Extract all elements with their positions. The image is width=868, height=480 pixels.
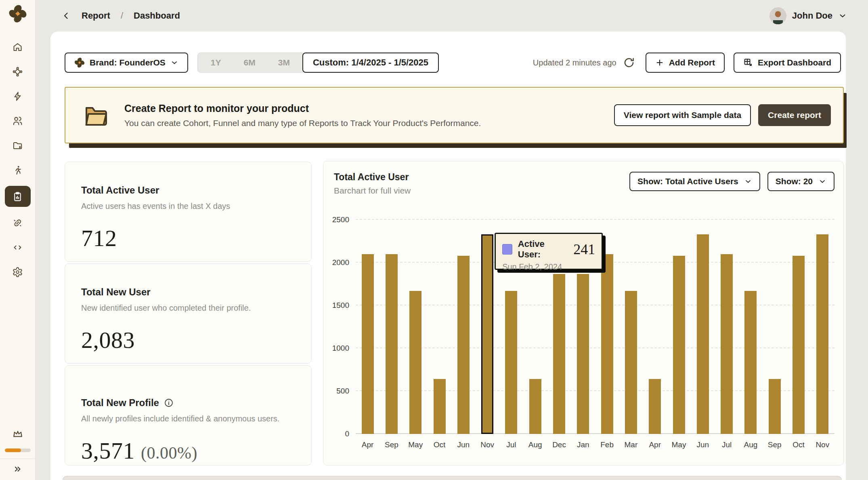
- y-tick-label: 1000: [332, 344, 349, 353]
- bar-slot: [763, 220, 786, 434]
- x-tick-label: Nov: [475, 440, 499, 449]
- chart-plot: 05001000150020002500 AprSepMayOctJunNovJ…: [356, 220, 834, 434]
- x-tick-label: Oct: [786, 440, 810, 449]
- stat-value-percent: (0.00%): [141, 444, 197, 462]
- bar-Dec-8[interactable]: [553, 274, 565, 434]
- y-tick-label: 2500: [332, 215, 349, 224]
- chart-titles: Total Active User Barchart for full view: [334, 172, 411, 196]
- dashboard-panel: Brand: FounderOS 1Y 6M 3M Custom: 1/4/20…: [50, 32, 846, 480]
- range-1y[interactable]: 1Y: [199, 58, 233, 67]
- bar-May-13[interactable]: [673, 256, 685, 434]
- user-menu[interactable]: John Doe: [769, 7, 847, 24]
- stat-description: All newly profiles include identified & …: [81, 414, 295, 423]
- x-tick-label: May: [667, 440, 691, 449]
- stat-title: Total Active User: [81, 185, 295, 196]
- clipboard-chart-icon: [12, 191, 23, 202]
- upgrade-plan-button[interactable]: [6, 425, 29, 443]
- bar-Jun-14[interactable]: [697, 234, 709, 434]
- sidebar-item-projects[interactable]: [6, 137, 29, 154]
- sidebar-item-integrations[interactable]: [6, 214, 29, 232]
- x-tick-label: Aug: [739, 440, 763, 449]
- bar-Sep-1[interactable]: [386, 254, 398, 434]
- sidebar-item-users[interactable]: [6, 112, 29, 130]
- breadcrumb-separator: /: [121, 11, 123, 21]
- usage-progress-bar: [5, 448, 31, 452]
- bar-Jul-6[interactable]: [505, 291, 517, 434]
- bar-Jan-9[interactable]: [577, 274, 589, 434]
- users-icon: [12, 116, 23, 126]
- home-icon: [12, 42, 23, 53]
- bar-Nov-19[interactable]: [816, 234, 828, 434]
- chevron-down-icon: [838, 11, 847, 20]
- sidebar-item-events[interactable]: [6, 87, 29, 105]
- range-6m[interactable]: 6M: [233, 58, 267, 67]
- sidebar-item-developer[interactable]: [6, 238, 29, 256]
- bar-Oct-18[interactable]: [793, 256, 805, 434]
- bar-slot: [691, 220, 715, 434]
- bar-slot: [451, 220, 475, 434]
- sidebar-item-settings[interactable]: [6, 263, 29, 281]
- create-report-button[interactable]: Create report: [758, 104, 831, 126]
- x-tick-label: Oct: [428, 440, 451, 449]
- bar-slot: [619, 220, 643, 434]
- bar-Aug-7[interactable]: [529, 379, 541, 434]
- sidebar-item-reports[interactable]: [5, 186, 31, 207]
- bar-Sep-17[interactable]: [769, 379, 781, 434]
- metric-select-dropdown[interactable]: Show: Total Active Users: [629, 172, 760, 191]
- bar-Mar-11[interactable]: [625, 291, 637, 434]
- sidebar-item-workflows[interactable]: [6, 63, 29, 80]
- gear-icon: [12, 267, 23, 278]
- walking-person-icon: [12, 165, 23, 176]
- sidebar-nav: [5, 38, 31, 281]
- refresh-button[interactable]: [623, 57, 635, 69]
- stat-value: 3,571 (0.00%): [81, 437, 295, 464]
- x-tick-label: Sep: [379, 440, 403, 449]
- topbar: Report / Dashboard John Doe: [36, 0, 868, 32]
- breadcrumb-parent[interactable]: Report: [82, 11, 110, 21]
- custom-range-button[interactable]: Custom: 1/4/2025 - 1/5/2025: [302, 53, 439, 73]
- sidebar-footer: [0, 425, 36, 480]
- app-logo[interactable]: [8, 4, 27, 23]
- x-tick-label: Sep: [763, 440, 786, 449]
- open-folder-icon: [83, 103, 109, 127]
- lightning-icon: [12, 91, 23, 102]
- code-icon: [12, 242, 23, 253]
- sidebar: [0, 0, 36, 480]
- sidebar-item-user-journey[interactable]: [6, 161, 29, 179]
- bar-Jun-4[interactable]: [457, 256, 470, 434]
- stat-card-total-new-user: Total New User New identified user who c…: [65, 263, 312, 364]
- bar-Aug-16[interactable]: [744, 291, 757, 434]
- bar-Feb-10[interactable]: [601, 254, 613, 434]
- x-tick-label: Feb: [595, 440, 619, 449]
- y-tick-label: 2000: [332, 258, 349, 267]
- view-sample-report-button[interactable]: View report with Sample data: [614, 104, 751, 126]
- brand-filter-dropdown[interactable]: Brand: FounderOS: [65, 53, 188, 73]
- bar-Jul-15[interactable]: [721, 254, 733, 434]
- range-3m[interactable]: 3M: [267, 58, 301, 67]
- bar-Apr-0[interactable]: [362, 254, 374, 434]
- back-button[interactable]: [61, 11, 71, 21]
- banner-description: You can create Cohort, Funnel and many t…: [124, 118, 481, 128]
- bar-May-2[interactable]: [409, 291, 421, 434]
- bar-Apr-12[interactable]: [649, 379, 661, 434]
- chart-tooltip: Active User: 241 Sun Feb 2, 2024: [495, 233, 603, 270]
- expand-sidebar-button[interactable]: [13, 459, 23, 480]
- add-report-button[interactable]: Add Report: [646, 53, 725, 73]
- info-icon[interactable]: [164, 398, 174, 408]
- bar-slot: [643, 220, 667, 434]
- bar-slot: [715, 220, 738, 434]
- clover-logo-icon: [74, 57, 85, 68]
- next-section-top-edge: [63, 476, 842, 480]
- bar-Nov-5[interactable]: [481, 234, 493, 434]
- x-tick-label: Aug: [523, 440, 547, 449]
- x-tick-label: Dec: [547, 440, 571, 449]
- count-select-dropdown[interactable]: Show: 20: [767, 172, 834, 191]
- stat-title: Total New Profile: [81, 397, 295, 408]
- bar-slot: [667, 220, 691, 434]
- bar-Oct-3[interactable]: [434, 379, 446, 434]
- sidebar-item-home[interactable]: [6, 38, 29, 56]
- range-presets: 1Y 6M 3M: [197, 53, 305, 73]
- export-dashboard-button[interactable]: Export Dashboard: [734, 53, 841, 73]
- tooltip-value-row: Active User: 241: [502, 239, 595, 260]
- count-select-label: Show: 20: [776, 177, 813, 186]
